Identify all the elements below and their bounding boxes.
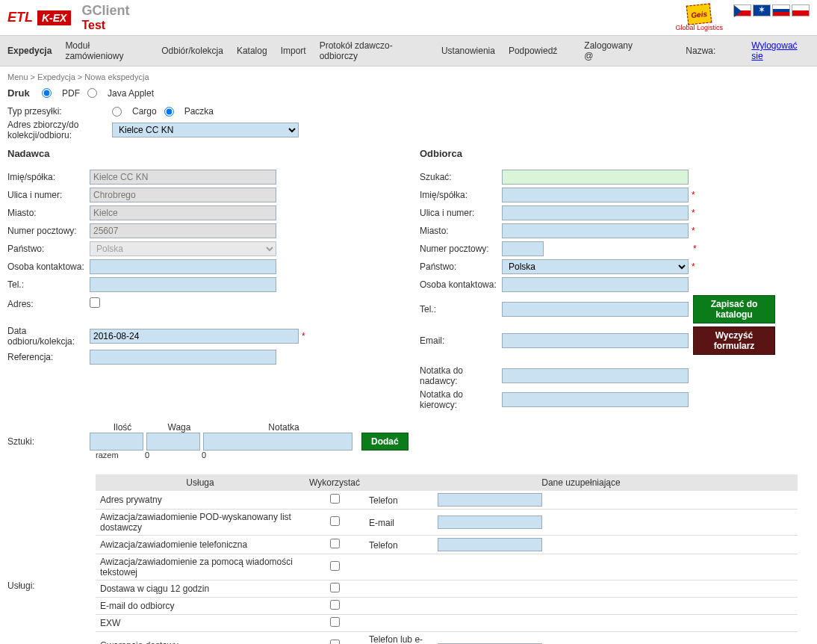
clear-form-button[interactable]: Wyczyść formularz — [693, 326, 775, 355]
service-supp-input[interactable] — [438, 493, 542, 507]
recipient-contact-input[interactable] — [502, 277, 689, 292]
recipient-country-label: Państwo: — [420, 261, 502, 272]
logo-etl: ETL — [7, 10, 33, 25]
bulk-addr-field: Kielce CC KN — [112, 123, 299, 137]
service-use-checkbox[interactable] — [330, 561, 340, 571]
flag-sk-icon[interactable] — [772, 4, 790, 16]
sender-contact-label: Osoba kontaktowa: — [7, 261, 90, 272]
recipient-street-label: Ulica i numer: — [420, 208, 502, 218]
recipient-country-select[interactable]: Polska — [502, 259, 689, 274]
sender-tel-label: Tel.: — [7, 279, 90, 290]
note-sender-label: Notatka do nadawcy: — [420, 365, 502, 386]
bulk-addr-select[interactable]: Kielce CC KN — [112, 123, 299, 137]
service-name: Awizacja/zawiadomienie POD-wyskanowany l… — [96, 510, 305, 536]
geis-icon: Geis — [686, 3, 712, 25]
total-label: razem — [96, 451, 125, 459]
nav-ustanowienia[interactable]: Ustanowienia — [441, 46, 495, 56]
recipient-tel-input[interactable] — [502, 302, 689, 317]
main-navbar: Expedycja Moduł zamówieniowy Odbiór/kole… — [0, 35, 817, 66]
flag-uk-icon[interactable] — [753, 4, 771, 16]
save-catalog-button[interactable]: Zapisać do katalogu — [693, 295, 775, 323]
bulk-addr-label: Adres zbiorczy/do kolekcji/odbioru: — [7, 120, 112, 140]
recipient-city-input[interactable] — [502, 223, 689, 238]
service-supp-input[interactable] — [438, 538, 542, 551]
sender-zip-input — [90, 223, 276, 238]
content-area: Druk PDF Java Applet Typ przesyłki: Carg… — [0, 87, 817, 644]
flag-cz-icon[interactable] — [733, 4, 751, 16]
sender-addr-label: Adres: — [7, 299, 90, 309]
sender-addr-checkbox[interactable] — [90, 295, 100, 310]
th-supp: Dane uzupełniające — [364, 474, 798, 491]
service-supp — [364, 580, 798, 598]
th-service: Usługa — [96, 474, 305, 491]
sender-tel-input[interactable] — [90, 277, 276, 292]
sender-date-input[interactable] — [90, 329, 299, 344]
service-use-checkbox[interactable] — [330, 600, 340, 610]
print-applet-radio[interactable]: Java Applet — [87, 88, 154, 99]
required-marker: * — [302, 331, 305, 341]
note-sender-input[interactable] — [502, 368, 689, 383]
service-row: Awizacja/zawiadomienie POD-wyskanowany l… — [96, 510, 798, 536]
recipient-tel-label: Tel.: — [420, 304, 502, 315]
recipient-zip-input[interactable] — [502, 241, 544, 256]
service-name: E-mail do odbiorcy — [96, 598, 305, 615]
service-row: Awizacja/zawiadomienie telefonicznaTelef… — [96, 536, 798, 554]
service-use-checkbox[interactable] — [330, 617, 340, 627]
service-row: Awizacja/zawiadomienie za pomocą wiadomo… — [96, 554, 798, 580]
recipient-zip-label: Numer pocztowy: — [420, 244, 502, 254]
logout-link[interactable]: Wylogować sie — [751, 40, 810, 61]
sender-city-label: Miasto: — [7, 208, 90, 218]
sender-date-label: Data odbioru/kolekcja: — [7, 326, 90, 347]
service-row: Gwarancja dostawyTelefon lub e-mail — [96, 632, 798, 645]
service-name: Adres prywatny — [96, 491, 305, 510]
sender-ref-input[interactable] — [90, 350, 276, 365]
app-title: GClient Test — [81, 3, 129, 32]
print-pdf-radio[interactable]: PDF — [42, 88, 80, 99]
pieces-note-input[interactable] — [203, 433, 352, 451]
recipient-name-label: Imię/spółka: — [420, 190, 502, 200]
geis-subtext: Global Logistics — [675, 24, 723, 31]
pieces-col-weight: Waga — [152, 422, 206, 433]
note-driver-input[interactable] — [502, 392, 689, 407]
sender-country-select: Polska — [90, 241, 276, 256]
nav-katalog[interactable]: Katalog — [237, 46, 267, 56]
service-use-checkbox[interactable] — [330, 516, 340, 526]
pieces-weight-input[interactable] — [146, 433, 200, 451]
services-table: Usługa Wykorzystać Dane uzupełniające Ad… — [96, 474, 798, 644]
sender-contact-input[interactable] — [90, 259, 276, 274]
nav-expedycja[interactable]: Expedycja — [7, 46, 52, 56]
nav-podpowiedz[interactable]: Podpowiedź — [509, 46, 557, 56]
recipient-street-input[interactable] — [502, 205, 689, 220]
service-supp: Telefon — [364, 491, 798, 510]
service-use-checkbox[interactable] — [330, 583, 340, 592]
ship-cargo-radio[interactable]: Cargo — [112, 106, 157, 117]
flag-pl-icon[interactable] — [792, 4, 810, 16]
geis-brand: Geis Global Logistics — [675, 4, 723, 31]
service-use-checkbox[interactable] — [330, 640, 340, 644]
sender-street-input — [90, 188, 276, 202]
th-use: Wykorzystać — [305, 474, 364, 491]
nav-modul-zamowieniowy[interactable]: Moduł zamówieniowy — [65, 40, 148, 61]
service-row: Dostawa w ciągu 12 godzin — [96, 580, 798, 598]
service-supp-input[interactable] — [438, 515, 542, 529]
service-supp: E-mail — [364, 510, 798, 536]
nav-odbior[interactable]: Odbiór/kolekcja — [161, 46, 223, 56]
ship-paczka-radio[interactable]: Paczka — [164, 106, 214, 117]
service-use-checkbox[interactable] — [330, 494, 340, 504]
recipient-name-input[interactable] — [502, 188, 689, 202]
service-supp: Telefon — [364, 536, 798, 554]
service-name: Gwarancja dostawy — [96, 632, 305, 645]
service-name: Awizacja/zawiadomienie telefoniczna — [96, 536, 305, 554]
nav-import[interactable]: Import — [281, 46, 306, 56]
service-supp — [364, 598, 798, 615]
recipient-email-input[interactable] — [502, 333, 689, 348]
nav-protokol[interactable]: Protokół zdawczo-odbiorczy — [320, 40, 428, 61]
pieces-qty-input[interactable] — [90, 433, 143, 451]
recipient-search-input[interactable] — [502, 170, 689, 185]
recipient-email-label: Email: — [420, 335, 502, 346]
pieces-total: razem 0 0 — [96, 451, 810, 459]
service-use-checkbox[interactable] — [330, 539, 340, 548]
service-row: EXW — [96, 615, 798, 632]
recipient-title: Odbiorca — [420, 148, 810, 159]
add-piece-button[interactable]: Dodać — [361, 433, 408, 451]
